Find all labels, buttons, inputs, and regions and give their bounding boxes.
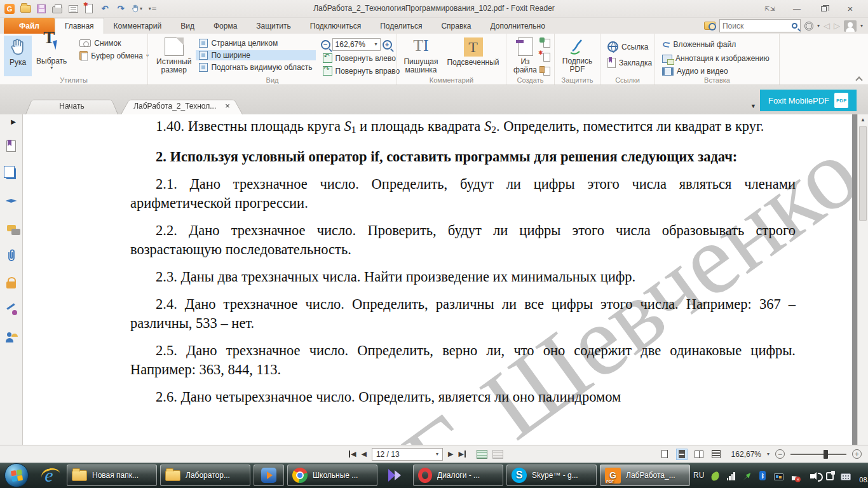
taskbar-ie-icon[interactable]: e xyxy=(34,463,64,487)
customize-toolbar-icon[interactable]: ▾= xyxy=(147,3,158,15)
page-number-box[interactable]: 12 / 13▾ xyxy=(372,448,443,461)
prev-page-button[interactable]: ◀ xyxy=(361,450,366,458)
scrollbar-thumb[interactable] xyxy=(859,126,867,221)
usb-eject-icon[interactable] xyxy=(742,470,752,480)
vertical-scrollbar[interactable]: ▲ xyxy=(857,114,868,445)
signature-panel-icon[interactable] xyxy=(5,304,18,316)
actual-size-button[interactable]: Истинный размер xyxy=(152,36,196,76)
audio-video-button[interactable]: Аудио и видео xyxy=(659,66,773,76)
tab-protect[interactable]: Защитить xyxy=(247,18,300,34)
hand-tool-button[interactable]: Рука xyxy=(4,36,32,76)
zoom-in-button[interactable]: + xyxy=(852,449,862,459)
zoom-in-icon[interactable]: + xyxy=(383,40,392,50)
tab-connect[interactable]: Подключиться xyxy=(301,18,370,34)
start-button[interactable] xyxy=(4,463,29,487)
tab-home[interactable]: Главная xyxy=(55,18,104,34)
bookmarks-panel-icon[interactable] xyxy=(5,140,18,152)
sign-pdf-button[interactable]: Подпись PDF xyxy=(559,36,596,76)
tab-help[interactable]: Справка xyxy=(431,18,480,34)
scroll-up-icon[interactable]: ▲ xyxy=(858,114,868,125)
tab-comment[interactable]: Комментарий xyxy=(104,18,172,34)
search-box[interactable] xyxy=(719,19,801,32)
search-icon[interactable] xyxy=(792,23,797,29)
continuous-facing-view-icon[interactable] xyxy=(710,449,722,460)
taskbar-kmplayer-icon[interactable] xyxy=(381,463,410,487)
minimize-button[interactable]: — xyxy=(784,3,810,15)
volume-icon[interactable] xyxy=(805,470,819,480)
first-page-button[interactable]: ◀ xyxy=(348,450,356,458)
next-page-button[interactable]: ▶ xyxy=(448,450,453,458)
close-button[interactable]: × xyxy=(837,3,863,15)
foxit-logo-icon[interactable]: G xyxy=(4,3,15,15)
single-page-view-icon[interactable] xyxy=(659,449,670,460)
antivirus-tray-icon[interactable] xyxy=(710,470,720,480)
zoom-slider-thumb[interactable] xyxy=(824,450,828,459)
from-scanner-icon[interactable] xyxy=(540,38,550,48)
action-center-icon[interactable] xyxy=(789,470,799,480)
zoom-combobox[interactable]: 162,67%▾ xyxy=(332,38,381,51)
fit-page-button[interactable]: Страница целиком xyxy=(196,38,315,48)
language-indicator[interactable]: RU xyxy=(693,471,704,480)
taskbar-folder2-button[interactable]: Лаборатор... xyxy=(160,464,250,486)
blank-document-icon[interactable]: ✱ xyxy=(540,52,550,62)
pdf-page[interactable]: Т.Г. Шевченко 1.40. Известны площадь кру… xyxy=(23,114,852,445)
restore-button[interactable] xyxy=(811,3,836,15)
clock[interactable]: 21:06 08.10.2018 xyxy=(859,466,868,484)
bluetooth-icon[interactable]: ᛒ xyxy=(757,470,768,480)
zoom-out-icon[interactable]: − xyxy=(321,40,330,50)
tab-share[interactable]: Поделиться xyxy=(370,18,431,34)
display-settings-icon[interactable] xyxy=(773,470,783,480)
last-page-button[interactable]: ▶ xyxy=(458,450,466,458)
network-signal-icon[interactable] xyxy=(726,470,736,480)
share-panel-icon[interactable] xyxy=(5,331,18,344)
highlight-button[interactable]: T Подсвеченный xyxy=(442,36,503,76)
gear-icon[interactable] xyxy=(804,22,813,30)
go-to-page-view-icon[interactable] xyxy=(477,450,487,459)
zoom-dropdown-icon[interactable]: ▾ xyxy=(767,452,770,457)
comments-panel-icon[interactable] xyxy=(5,222,18,234)
search-input[interactable] xyxy=(722,22,792,30)
tab-view[interactable]: Вид xyxy=(171,18,204,34)
fit-width-button[interactable]: По ширине xyxy=(196,50,315,60)
tab-extras[interactable]: Дополнительно xyxy=(481,18,555,34)
tab-form[interactable]: Форма xyxy=(204,18,247,34)
security-panel-icon[interactable] xyxy=(5,276,18,289)
typewriter-button[interactable]: TI Пишущая машинка xyxy=(399,36,442,76)
touch-keyboard-icon[interactable] xyxy=(841,470,851,480)
account-avatar[interactable] xyxy=(844,20,857,32)
save-icon[interactable] xyxy=(36,3,47,15)
from-clipboard-icon[interactable] xyxy=(540,66,550,76)
taskbar-opera-button[interactable]: Диалоги - ... xyxy=(413,464,503,486)
new-document-icon[interactable] xyxy=(83,3,95,15)
close-tab-icon[interactable]: × xyxy=(225,101,230,111)
clipboard-button[interactable]: Буфер обмена▾ xyxy=(76,50,152,61)
foxit-mobilepdf-button[interactable]: Foxit MobilePDF PDF xyxy=(760,90,857,111)
bookmark-button[interactable]: Закладка xyxy=(604,57,655,69)
history-forward-icon[interactable]: ▷ xyxy=(834,21,840,30)
search-folder-icon[interactable] xyxy=(704,22,715,30)
gear-dropdown-icon[interactable]: ▾ xyxy=(817,24,820,29)
taskbar-wmp-button[interactable] xyxy=(254,464,284,486)
rotate-left-button[interactable]: Повернуть влево xyxy=(320,53,403,64)
email-icon[interactable] xyxy=(67,3,79,15)
tab-list-dropdown-icon[interactable]: ▼ xyxy=(750,103,756,109)
print-icon[interactable] xyxy=(51,3,63,15)
fullscreen-icon[interactable]: ⇱⇲ xyxy=(757,3,783,15)
zoom-out-button[interactable]: − xyxy=(775,449,785,459)
taskbar-chrome-button[interactable]: Школьные ... xyxy=(287,464,377,486)
from-file-button[interactable]: Из файла xyxy=(510,36,540,76)
link-button[interactable]: Ссылка xyxy=(604,41,655,53)
attach-file-button[interactable]: ⊂Вложенный файл xyxy=(659,38,773,51)
facing-view-icon[interactable] xyxy=(693,449,705,460)
taskbar-foxit-button[interactable]: GЛабРабота_... xyxy=(600,464,690,486)
undo-icon[interactable]: ↶ xyxy=(99,3,111,15)
attachments-panel-icon[interactable] xyxy=(5,249,18,262)
hand-tool-icon[interactable]: ▾ xyxy=(131,3,142,15)
select-tool-button[interactable]: T Выбрать ▾ xyxy=(32,36,71,76)
tab-start-page[interactable]: Начать xyxy=(25,97,118,114)
open-file-icon[interactable] xyxy=(20,3,31,15)
taskbar-skype-button[interactable]: SSkype™ - g... xyxy=(506,464,597,486)
scheduler-tray-icon[interactable] xyxy=(825,470,835,480)
redo-icon[interactable]: ↷ xyxy=(115,3,126,15)
tab-document[interactable]: ЛабРабота_2_Технол... × xyxy=(121,97,243,114)
